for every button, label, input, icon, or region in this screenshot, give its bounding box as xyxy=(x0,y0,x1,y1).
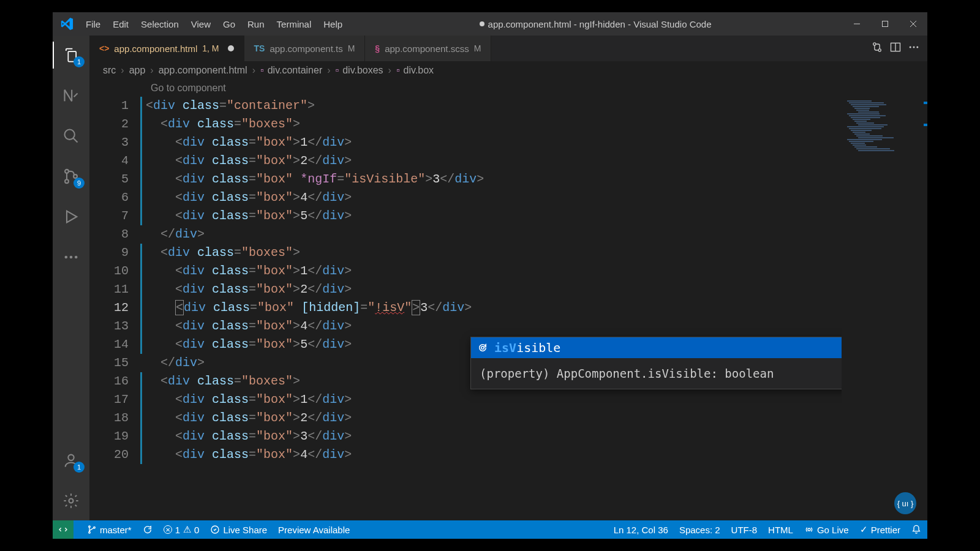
suggest-widget[interactable]: isVisible (property) AppComponent.isVisi… xyxy=(470,337,887,389)
menu-run[interactable]: Run xyxy=(242,17,270,32)
code-line-19[interactable]: <div class="box">3</div> xyxy=(146,427,842,446)
code-line-13[interactable]: <div class="box">4</div> xyxy=(146,317,842,335)
breadcrumb-div-container[interactable]: div.container xyxy=(268,65,323,76)
svg-marker-9 xyxy=(67,211,77,223)
problems[interactable]: ✕ 1 ⚠ 0 xyxy=(164,524,200,535)
sync-icon[interactable] xyxy=(143,525,153,534)
suggest-rest: isible xyxy=(516,340,560,355)
nx-console-icon[interactable] xyxy=(53,82,89,109)
code-line-12[interactable]: <div class="box" [hidden]="!isV">3</div> xyxy=(146,299,842,317)
preview-available[interactable]: Preview Available xyxy=(278,525,350,535)
more-actions-icon[interactable] xyxy=(908,41,920,56)
code-line-20[interactable]: <div class="box">4</div> xyxy=(146,446,842,464)
branch-name: master* xyxy=(100,525,132,535)
line-number: 16 xyxy=(89,372,129,391)
menu-selection[interactable]: Selection xyxy=(135,17,184,32)
svg-point-23 xyxy=(89,526,91,528)
more-icon[interactable] xyxy=(53,244,89,271)
check-icon: ✓ xyxy=(860,524,868,535)
prettier-label: Prettier xyxy=(871,525,900,535)
code-line-6[interactable]: <div class="box">4</div> xyxy=(146,189,842,207)
tab-app-component-ts[interactable]: TSapp.component.tsM xyxy=(244,36,366,61)
code-line-9[interactable]: <div class="boxes"> xyxy=(146,244,842,262)
accounts-badge: 1 xyxy=(74,462,85,473)
code-editor[interactable]: 1234567891011121314151617181920 isVisibl… xyxy=(89,97,927,520)
line-number: 17 xyxy=(89,391,129,409)
suggest-detail-text: (property) AppComponent.isVisible: boole… xyxy=(480,367,774,380)
ts-file-icon: TS xyxy=(254,43,265,53)
line-number: 1 xyxy=(89,97,129,115)
menu-view[interactable]: View xyxy=(186,17,216,32)
breadcrumb-div-boxes[interactable]: div.boxes xyxy=(342,65,383,76)
code-line-4[interactable]: <div class="box">2</div> xyxy=(146,152,842,170)
minimize-button[interactable] xyxy=(843,12,871,36)
tab-app-component-scss[interactable]: §app.component.scssM xyxy=(365,36,491,61)
code-line-5[interactable]: <div class="box" *ngIf="isVisible">3</di… xyxy=(146,170,842,189)
cursor-position[interactable]: Ln 12, Col 36 xyxy=(614,525,668,535)
code-line-7[interactable]: <div class="box">5</div> xyxy=(146,207,842,225)
breadcrumb-src[interactable]: src xyxy=(103,65,116,76)
language-mode[interactable]: HTML xyxy=(768,525,793,535)
prettier[interactable]: ✓ Prettier xyxy=(860,524,900,535)
symbol-icon: ▫ xyxy=(336,65,339,76)
svg-point-11 xyxy=(70,256,73,259)
code-line-11[interactable]: <div class="box">2</div> xyxy=(146,280,842,299)
line-number: 13 xyxy=(89,317,129,335)
line-number: 6 xyxy=(89,189,129,207)
close-button[interactable] xyxy=(899,12,927,36)
search-icon[interactable] xyxy=(53,122,89,149)
menu-terminal[interactable]: Terminal xyxy=(271,17,317,32)
ui-badge-icon[interactable]: { uı } xyxy=(894,492,916,514)
code-line-8[interactable]: </div> xyxy=(146,225,842,244)
live-share[interactable]: Live Share xyxy=(210,525,267,535)
breadcrumb-div-box[interactable]: div.box xyxy=(404,65,434,76)
notifications-icon[interactable] xyxy=(911,525,921,534)
split-editor-icon[interactable] xyxy=(889,41,902,56)
go-live-label: Go Live xyxy=(817,525,849,535)
remote-indicator-icon[interactable] xyxy=(53,520,74,539)
svg-point-14 xyxy=(69,499,74,503)
git-branch[interactable]: master* xyxy=(87,525,132,535)
suggest-item[interactable]: isVisible xyxy=(471,337,886,358)
tab-label: app.component.scss xyxy=(385,43,469,54)
svg-point-20 xyxy=(913,47,915,48)
indentation[interactable]: Spaces: 2 xyxy=(679,525,720,535)
code-lines[interactable]: isVisible (property) AppComponent.isVisi… xyxy=(146,97,842,520)
scm-badge: 9 xyxy=(74,178,85,189)
codelens-link[interactable]: Go to component xyxy=(89,80,927,97)
accounts-icon[interactable]: 1 xyxy=(53,447,89,474)
code-line-18[interactable]: <div class="box">2</div> xyxy=(146,409,842,427)
code-line-1[interactable]: <div class="container"> xyxy=(146,97,842,115)
live-share-label: Live Share xyxy=(223,525,267,535)
tab-status: M xyxy=(348,43,355,53)
svg-point-21 xyxy=(916,47,918,48)
minimap[interactable] xyxy=(842,97,927,520)
breadcrumbs[interactable]: src›app›app.component.html›▫div.containe… xyxy=(89,61,927,80)
dirty-dot-icon xyxy=(480,21,484,26)
source-control-icon[interactable]: 9 xyxy=(53,163,89,190)
chevron-right-icon: › xyxy=(150,65,153,76)
code-line-10[interactable]: <div class="box">1</div> xyxy=(146,262,842,280)
code-line-17[interactable]: <div class="box">1</div> xyxy=(146,391,842,409)
statusbar: master* ✕ 1 ⚠ 0 Live Share Preview Avail… xyxy=(53,520,927,539)
run-debug-icon[interactable] xyxy=(53,203,89,230)
code-line-2[interactable]: <div class="boxes"> xyxy=(146,115,842,133)
explorer-icon[interactable]: 1 xyxy=(53,42,89,69)
svg-line-5 xyxy=(74,138,78,143)
go-live[interactable]: Go Live xyxy=(804,525,849,535)
settings-gear-icon[interactable] xyxy=(53,487,89,514)
window-controls xyxy=(843,12,927,36)
breadcrumb-app-component-html[interactable]: app.component.html xyxy=(159,65,247,76)
menu-edit[interactable]: Edit xyxy=(107,17,134,32)
line-number: 19 xyxy=(89,427,129,446)
encoding[interactable]: UTF-8 xyxy=(731,525,758,535)
vscode-logo-icon xyxy=(53,17,80,31)
compare-changes-icon[interactable] xyxy=(871,41,883,56)
maximize-button[interactable] xyxy=(871,12,899,36)
tab-app-component-html[interactable]: <>app.component.html1, M xyxy=(89,36,244,61)
menu-file[interactable]: File xyxy=(80,17,106,32)
menu-go[interactable]: Go xyxy=(217,17,241,32)
menu-help[interactable]: Help xyxy=(318,17,348,32)
breadcrumb-app[interactable]: app xyxy=(129,65,146,76)
code-line-3[interactable]: <div class="box">1</div> xyxy=(146,133,842,152)
